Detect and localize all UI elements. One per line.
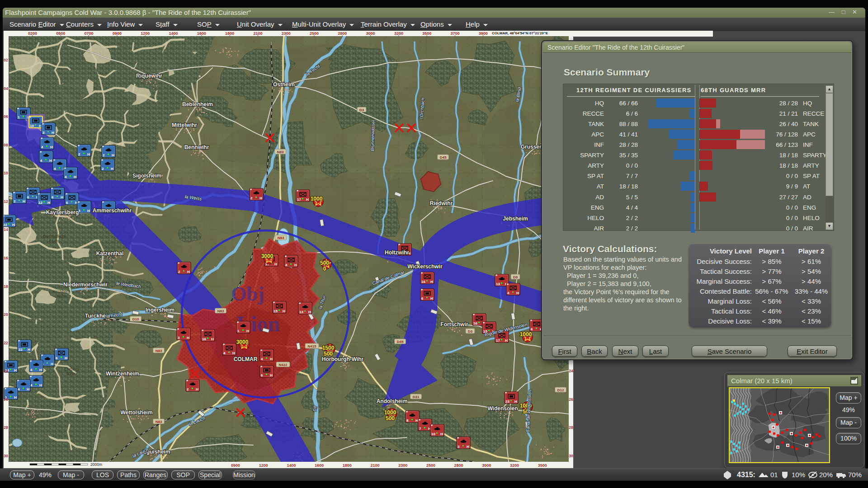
- svg-text:N83: N83: [217, 309, 224, 313]
- svg-text:26: 26: [4, 397, 8, 402]
- svg-text:22: 22: [4, 223, 7, 227]
- svg-text:Bernthalkopf: Bernthalkopf: [43, 234, 66, 239]
- svg-text:D9: D9: [513, 275, 518, 279]
- svg-text:Ostheim: Ostheim: [273, 81, 295, 88]
- svg-text:H: H: [514, 399, 517, 404]
- svg-text:1400: 1400: [287, 463, 296, 468]
- svg-text:Ingersheim: Ingersheim: [146, 307, 175, 313]
- svg-text:Riedwihr: Riedwihr: [430, 200, 453, 206]
- svg-text:06: 06: [4, 114, 8, 119]
- svg-text:22: 22: [19, 347, 23, 352]
- svg-text:3200: 3200: [510, 463, 519, 468]
- svg-text:10: 10: [431, 432, 435, 436]
- svg-text:H: H: [270, 373, 273, 377]
- svg-text:N422: N422: [278, 363, 288, 367]
- svg-text:1000: 1000: [520, 331, 532, 338]
- svg-text:H: H: [516, 291, 519, 295]
- svg-text:D45: D45: [440, 155, 447, 160]
- svg-text:3000: 3000: [366, 31, 375, 36]
- svg-text:509m: 509m: [66, 371, 77, 376]
- svg-text:1600: 1600: [197, 31, 206, 36]
- svg-text:2: 2: [78, 152, 80, 156]
- svg-text:17: 17: [496, 338, 500, 343]
- svg-text:2100: 2100: [370, 463, 379, 468]
- svg-text:3500: 3500: [538, 463, 547, 468]
- svg-text:28: 28: [4, 425, 8, 430]
- svg-text:12: 12: [38, 201, 42, 205]
- svg-text:1: 1: [237, 329, 240, 333]
- svg-text:3000: 3000: [482, 463, 491, 468]
- svg-text:500: 500: [386, 415, 395, 422]
- svg-text:Mittelwihr: Mittelwihr: [172, 122, 197, 128]
- svg-text:4: 4: [261, 357, 263, 361]
- svg-text:Jebsheim: Jebsheim: [503, 216, 528, 222]
- svg-text:6: 6: [52, 195, 54, 199]
- svg-text:10%: 10%: [792, 471, 805, 479]
- svg-text:H: H: [61, 195, 63, 199]
- svg-text:D3: D3: [468, 329, 473, 333]
- svg-text:2: 2: [103, 153, 105, 157]
- svg-text:0200: 0200: [28, 31, 37, 36]
- svg-text:2: 2: [250, 196, 253, 200]
- svg-text:N83: N83: [156, 349, 162, 353]
- svg-text:1: 1: [18, 115, 20, 119]
- svg-text:4: 4: [223, 351, 226, 355]
- svg-text:H: H: [259, 196, 262, 200]
- svg-text:16: 16: [4, 256, 8, 260]
- svg-text:0900: 0900: [113, 31, 122, 36]
- svg-text:H: H: [28, 347, 30, 352]
- svg-text:1000: 1000: [384, 409, 396, 416]
- svg-text:Bennwihr: Bennwihr: [184, 144, 209, 150]
- svg-text:D3: D3: [359, 108, 364, 112]
- svg-text:0: 0: [323, 266, 326, 272]
- svg-text:N83: N83: [156, 420, 162, 424]
- svg-text:D10: D10: [132, 317, 139, 321]
- svg-text:H: H: [12, 223, 15, 227]
- svg-text:H: H: [211, 337, 214, 341]
- svg-text:3: 3: [178, 336, 180, 340]
- svg-text:Niedermorschwir: Niedermorschwir: [63, 282, 108, 288]
- svg-text:H: H: [187, 270, 190, 274]
- svg-text:6: 6: [531, 327, 533, 331]
- svg-text:H: H: [196, 387, 198, 391]
- svg-text:3000: 3000: [261, 253, 274, 259]
- svg-text:Riquewihr: Riquewihr: [136, 73, 162, 79]
- svg-text:4: 4: [30, 368, 33, 372]
- svg-text:2300: 2300: [282, 31, 291, 36]
- svg-text:Widensolen: Widensolen: [487, 405, 518, 412]
- svg-text:H: H: [47, 201, 50, 205]
- svg-text:H: H: [14, 395, 17, 399]
- svg-text:N83: N83: [278, 236, 284, 240]
- svg-text:H: H: [87, 209, 90, 213]
- svg-text:8: 8: [406, 418, 409, 422]
- svg-text:D12: D12: [557, 388, 564, 392]
- svg-text:H: H: [111, 167, 113, 171]
- svg-text:H: H: [415, 418, 418, 422]
- svg-text:H: H: [27, 387, 29, 391]
- svg-text:402m: 402m: [57, 294, 67, 298]
- svg-text:Kirchberg: Kirchberg: [53, 289, 71, 294]
- svg-text:1800: 1800: [225, 31, 234, 36]
- svg-text:12: 12: [4, 199, 8, 204]
- svg-text:01: 01: [770, 471, 778, 479]
- svg-text:28: 28: [569, 425, 573, 430]
- svg-text:7: 7: [419, 427, 421, 431]
- svg-text:Andolsheim: Andolsheim: [377, 398, 408, 404]
- svg-text:2500: 2500: [426, 463, 435, 468]
- svg-text:4: 4: [65, 175, 67, 179]
- svg-text:H: H: [23, 199, 25, 203]
- svg-text:H: H: [87, 152, 90, 156]
- svg-text:3900: 3900: [479, 31, 488, 36]
- svg-text:Ehrberg: Ehrberg: [64, 367, 79, 371]
- svg-text:H: H: [306, 197, 309, 202]
- svg-text:Holtzwihr: Holtzwihr: [385, 249, 409, 256]
- svg-text:Beblenheim: Beblenheim: [182, 101, 213, 108]
- svg-text:10: 10: [30, 124, 34, 128]
- svg-text:H: H: [283, 309, 285, 313]
- svg-text:1000: 1000: [311, 196, 323, 202]
- svg-text:2300: 2300: [398, 463, 407, 468]
- svg-text:D31: D31: [413, 395, 420, 399]
- svg-text:H: H: [49, 159, 52, 163]
- svg-text:3700: 3700: [450, 31, 459, 36]
- svg-text:04: 04: [4, 86, 8, 91]
